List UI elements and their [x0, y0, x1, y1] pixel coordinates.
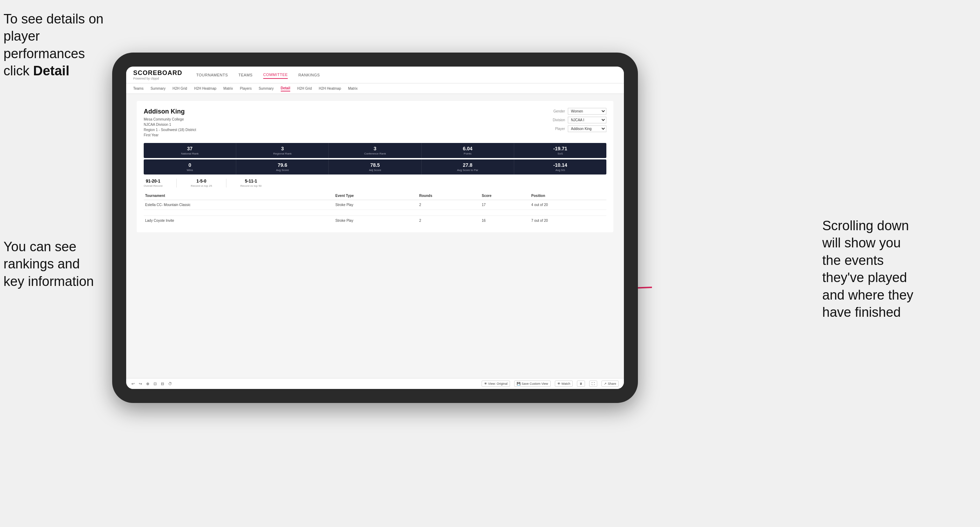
subnav-matrix[interactable]: Matrix	[223, 86, 233, 91]
table-row: Estella CC- Mountain Classic Stroke Play…	[144, 200, 606, 210]
player-label: Player	[546, 127, 565, 131]
gender-control: Gender Women	[546, 108, 606, 114]
col-rounds: Rounds	[418, 192, 480, 200]
save-custom-view-button[interactable]: 💾 Save Custom View	[514, 381, 550, 387]
record-item-2: 5-11-1Record vs top 50	[240, 179, 261, 187]
fit-icon[interactable]: ⊡	[154, 382, 157, 386]
stat-cell-row1-2: 3Conference Rank	[329, 143, 421, 158]
bottom-toolbar: ↩ ↪ ⊕ ⊡ ⊟ ⏱ 👁 View: Original 💾 Save Cust…	[126, 378, 624, 389]
player-controls: Gender Women Division NJCAA I	[546, 108, 606, 132]
cell-score: 17	[480, 200, 530, 210]
logo-subtitle: Powered by clippd	[133, 77, 182, 80]
watch-label: Watch	[562, 382, 570, 386]
player-region: Region 1 - Southwest (18) District	[144, 127, 196, 132]
sub-nav: Teams Summary H2H Grid H2H Heatmap Matri…	[126, 83, 624, 94]
share-label: Share	[608, 382, 616, 386]
watch-icon: 👁	[557, 382, 560, 386]
records-row: 91-20-1Overall Record1-5-0Record vs top …	[144, 179, 606, 187]
cell-tournament	[144, 210, 334, 216]
record-separator	[226, 179, 226, 187]
nav-committee[interactable]: COMMITTEE	[263, 71, 288, 79]
stat-cell-row2-0: 0Wins	[144, 159, 236, 175]
table-header: Tournament Event Type Rounds Score Posit…	[144, 192, 606, 200]
view-original-button[interactable]: 👁 View: Original	[482, 381, 510, 387]
subnav-summary2[interactable]: Summary	[259, 86, 274, 91]
stats-row-2: 0Wins79.6Avg Score78.5Adj Score27.8Avg S…	[144, 159, 606, 175]
nav-tournaments[interactable]: TOURNAMENTS	[196, 71, 228, 78]
col-tournament: Tournament	[144, 192, 334, 200]
cell-event-type: Stroke Play	[334, 216, 418, 225]
subnav-detail[interactable]: Detail	[281, 86, 290, 92]
view-icon: 👁	[484, 382, 487, 386]
view-label: View: Original	[488, 382, 508, 386]
stat-cell-row2-1: 79.6Avg Score	[236, 159, 329, 175]
main-content: Addison King Mesa Community College NJCA…	[126, 94, 624, 378]
cell-rounds: 2	[418, 216, 480, 225]
tablet-frame: SCOREBOARD Powered by clippd TOURNAMENTS…	[112, 52, 638, 403]
annotation-bottomright: Scrolling down will show you the events …	[822, 217, 977, 321]
record-separator	[176, 179, 177, 187]
col-position: Position	[530, 192, 606, 200]
stat-cell-row1-4: -19.71SoS	[514, 143, 606, 158]
gender-label: Gender	[546, 110, 565, 113]
player-control: Player Addison King	[546, 125, 606, 132]
watch-button[interactable]: 👁 Watch	[555, 381, 573, 387]
subnav-teams[interactable]: Teams	[133, 86, 143, 91]
cell-rounds	[418, 210, 480, 216]
monitor-button[interactable]: 🖥	[577, 381, 585, 387]
subnav-h2h-grid[interactable]: H2H Grid	[172, 86, 187, 91]
tournament-tbody: Estella CC- Mountain Classic Stroke Play…	[144, 200, 606, 225]
minus-icon[interactable]: ⊟	[161, 382, 164, 386]
player-year: First Year	[144, 132, 196, 138]
subnav-matrix2[interactable]: Matrix	[348, 86, 358, 91]
division-label: Division	[546, 118, 565, 122]
cell-rounds: 2	[418, 200, 480, 210]
subnav-h2h-grid2[interactable]: H2H Grid	[297, 86, 312, 91]
cell-position: 7 out of 20	[530, 216, 606, 225]
table-row	[144, 210, 606, 216]
table-header-row: Tournament Event Type Rounds Score Posit…	[144, 192, 606, 200]
cell-tournament: Estella CC- Mountain Classic	[144, 200, 334, 210]
save-label: Save Custom View	[522, 382, 548, 386]
player-division: NJCAA Division 1	[144, 122, 196, 127]
subnav-players[interactable]: Players	[240, 86, 252, 91]
stats-row-1: 37National Rank3Regional Rank3Conference…	[144, 143, 606, 158]
clock-icon[interactable]: ⏱	[168, 382, 172, 386]
share-button[interactable]: ↗ Share	[601, 381, 619, 387]
save-icon: 💾	[517, 382, 520, 386]
subnav-h2h-heatmap2[interactable]: H2H Heatmap	[319, 86, 341, 91]
fullscreen-button[interactable]: ⛶	[589, 381, 597, 387]
tablet-screen: SCOREBOARD Powered by clippd TOURNAMENTS…	[126, 67, 624, 389]
top-nav: SCOREBOARD Powered by clippd TOURNAMENTS…	[126, 67, 624, 83]
division-select[interactable]: NJCAA I	[568, 117, 606, 123]
cell-score	[480, 210, 530, 216]
player-card: Addison King Mesa Community College NJCA…	[137, 101, 613, 232]
player-info: Addison King Mesa Community College NJCA…	[144, 108, 196, 138]
redo-icon[interactable]: ↪	[139, 382, 142, 386]
logo-area: SCOREBOARD Powered by clippd	[133, 69, 182, 80]
nav-teams[interactable]: TEAMS	[238, 71, 252, 78]
cell-tournament: Lady Coyote Invite	[144, 216, 334, 225]
player-select[interactable]: Addison King	[568, 125, 606, 132]
stat-cell-row1-1: 3Regional Rank	[236, 143, 329, 158]
stat-cell-row1-0: 37National Rank	[144, 143, 236, 158]
division-control: Division NJCAA I	[546, 117, 606, 123]
col-event-type: Event Type	[334, 192, 418, 200]
stat-cell-row2-4: -10.14Avg SG	[514, 159, 606, 175]
share-icon: ↗	[604, 382, 607, 386]
stat-cell-row2-2: 78.5Adj Score	[329, 159, 421, 175]
gender-select[interactable]: Women	[568, 108, 606, 114]
record-item-1: 1-5-0Record vs top 25	[191, 179, 212, 187]
subnav-h2h-heatmap[interactable]: H2H Heatmap	[194, 86, 216, 91]
cell-position	[530, 210, 606, 216]
undo-icon[interactable]: ↩	[131, 382, 135, 386]
record-item-0: 91-20-1Overall Record	[144, 179, 162, 187]
subnav-summary[interactable]: Summary	[150, 86, 165, 91]
nav-rankings[interactable]: RANKINGS	[298, 71, 320, 78]
cell-event-type: Stroke Play	[334, 200, 418, 210]
stat-cell-row1-3: 6.04Points	[422, 143, 514, 158]
player-header: Addison King Mesa Community College NJCA…	[144, 108, 606, 138]
cell-event-type	[334, 210, 418, 216]
col-score: Score	[480, 192, 530, 200]
zoom-icon[interactable]: ⊕	[146, 382, 149, 386]
